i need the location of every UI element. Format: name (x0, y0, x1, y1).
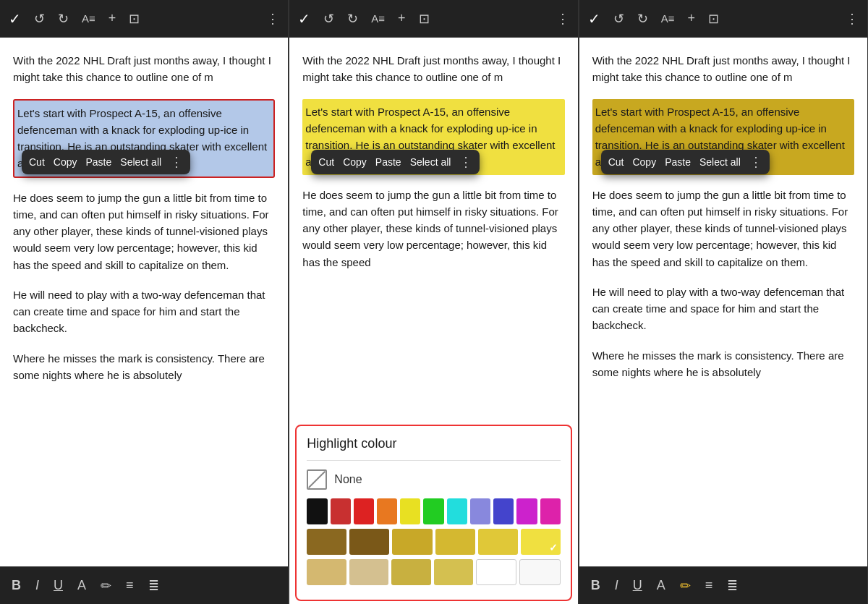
color-darkbrown[interactable] (349, 529, 389, 555)
redo-icon-2[interactable]: ↻ (347, 11, 358, 27)
copy-button-3[interactable]: Copy (632, 156, 656, 168)
undo-icon-3[interactable]: ↺ (613, 11, 624, 27)
bold-button-3[interactable]: B (591, 578, 600, 593)
check-icon[interactable]: ✓ (9, 10, 21, 27)
context-menu-2: Cut Copy Paste Select all ⋮ (311, 150, 480, 174)
body-text-1: He does seem to jump the gun a little bi… (13, 190, 275, 273)
format-bar-1: B I U A ✏ ≡ ≣ (0, 566, 288, 604)
body-text2-1: He will need to play with a two-way defe… (13, 286, 275, 337)
none-row[interactable]: None (307, 469, 560, 490)
color-gold2[interactable] (435, 529, 475, 555)
color-gold4[interactable] (521, 529, 561, 555)
color-cyan[interactable] (447, 498, 467, 524)
color-offwhite[interactable] (519, 559, 560, 585)
paste-button-3[interactable]: Paste (665, 156, 691, 168)
color-lightblue[interactable] (470, 498, 490, 524)
color-lightan[interactable] (349, 559, 388, 585)
body-text2-3: He will need to play with a two-way defe… (592, 284, 854, 334)
format-icon-3[interactable]: A≡ (661, 12, 675, 25)
none-icon (307, 469, 327, 490)
divider (307, 460, 560, 461)
highlight-picker: Highlight colour None (295, 425, 571, 601)
list-button-1[interactable]: ≣ (148, 578, 159, 594)
color-orange[interactable] (377, 498, 397, 524)
paste-button-1[interactable]: Paste (85, 156, 111, 168)
select-all-button-3[interactable]: Select all (699, 156, 741, 168)
bold-button-1[interactable]: B (12, 578, 21, 593)
intro-text-2: With the 2022 NHL Draft just months away… (302, 52, 564, 86)
color-green[interactable] (423, 498, 443, 524)
more-icon-2[interactable]: ⋮ (556, 11, 569, 27)
check-icon-2[interactable]: ✓ (298, 10, 310, 27)
panel-3: ✓ ↺ ↻ A≡ + ⊡ ⋮ With the 2022 NHL Draft j… (579, 0, 868, 604)
redo-icon-3[interactable]: ↻ (637, 11, 648, 27)
color-row-3 (307, 559, 560, 585)
underline-button-1[interactable]: U (54, 578, 63, 593)
copy-button-1[interactable]: Copy (54, 156, 77, 168)
content-1: With the 2022 NHL Draft just months away… (0, 38, 288, 566)
cut-button-1[interactable]: Cut (29, 156, 45, 168)
color-gold1[interactable] (392, 529, 432, 555)
format-icon[interactable]: A≡ (82, 12, 95, 25)
context-more-1[interactable]: ⋮ (170, 154, 183, 170)
color-purple[interactable] (516, 498, 537, 524)
select-all-button-1[interactable]: Select all (120, 156, 161, 168)
toolbar-2: ✓ ↺ ↻ A≡ + ⊡ ⋮ (289, 0, 577, 38)
color-darkred[interactable] (331, 498, 351, 524)
highlight-picker-title: Highlight colour (307, 436, 560, 451)
align-button-3[interactable]: ≡ (705, 578, 713, 593)
color-yellow[interactable] (400, 498, 420, 524)
body-text-2: He does seem to jump the gun a little bi… (302, 187, 564, 271)
list-button-3[interactable]: ≣ (727, 578, 738, 594)
color-black[interactable] (307, 498, 327, 524)
body-text3-1: Where he misses the mark is consistency.… (13, 350, 275, 384)
font-color-button-1[interactable]: A (77, 578, 86, 593)
underline-button-3[interactable]: U (633, 578, 642, 593)
cut-button-2[interactable]: Cut (318, 156, 334, 168)
color-darkyellow[interactable] (391, 559, 430, 585)
color-white[interactable] (476, 559, 516, 585)
italic-button-1[interactable]: I (35, 578, 39, 593)
check-icon-3[interactable]: ✓ (588, 10, 600, 27)
copy-button-2[interactable]: Copy (343, 156, 367, 168)
comment-icon[interactable]: ⊡ (129, 11, 140, 27)
comment-icon-3[interactable]: ⊡ (708, 11, 719, 27)
color-gold3[interactable] (478, 529, 518, 555)
format-icon-2[interactable]: A≡ (371, 12, 385, 25)
comment-icon-2[interactable]: ⊡ (419, 11, 430, 27)
font-color-button-3[interactable]: A (657, 578, 665, 593)
undo-icon[interactable]: ↺ (34, 11, 45, 27)
context-menu-3: Cut Copy Paste Select all ⋮ (601, 150, 770, 174)
add-icon-2[interactable]: + (398, 11, 406, 26)
color-medyellow[interactable] (434, 559, 473, 585)
align-button-1[interactable]: ≡ (126, 578, 134, 593)
paste-button-2[interactable]: Paste (375, 156, 401, 168)
intro-text-3: With the 2022 NHL Draft just months away… (592, 52, 854, 86)
content-3: With the 2022 NHL Draft just months away… (579, 38, 867, 566)
context-more-2[interactable]: ⋮ (459, 154, 472, 170)
add-icon[interactable]: + (109, 11, 116, 26)
redo-icon[interactable]: ↻ (58, 11, 69, 27)
highlight-button-1[interactable]: ✏ (101, 578, 111, 594)
color-pink[interactable] (540, 498, 561, 524)
context-menu-1: Cut Copy Paste Select all ⋮ (22, 150, 190, 174)
more-icon-3[interactable]: ⋮ (846, 11, 859, 27)
toolbar-1: ✓ ↺ ↻ A≡ + ⊡ ⋮ (0, 0, 288, 38)
add-icon-3[interactable]: + (687, 11, 695, 26)
more-icon[interactable]: ⋮ (266, 11, 279, 27)
select-all-button-2[interactable]: Select all (410, 156, 451, 168)
highlight-button-3[interactable]: ✏ (680, 578, 691, 594)
color-row-2 (307, 529, 560, 555)
color-brown[interactable] (307, 529, 346, 555)
content-2: With the 2022 NHL Draft just months away… (289, 38, 577, 604)
cut-button-3[interactable]: Cut (608, 156, 624, 168)
context-more-3[interactable]: ⋮ (749, 154, 762, 170)
italic-button-3[interactable]: I (615, 578, 618, 593)
toolbar-3: ✓ ↺ ↻ A≡ + ⊡ ⋮ (579, 0, 867, 38)
color-red[interactable] (354, 498, 374, 524)
color-tan[interactable] (307, 559, 346, 585)
color-blue[interactable] (493, 498, 514, 524)
undo-icon-2[interactable]: ↺ (323, 11, 334, 27)
panel-2: ✓ ↺ ↻ A≡ + ⊡ ⋮ With the 2022 NHL Draft j… (289, 0, 578, 604)
none-label: None (334, 473, 362, 486)
